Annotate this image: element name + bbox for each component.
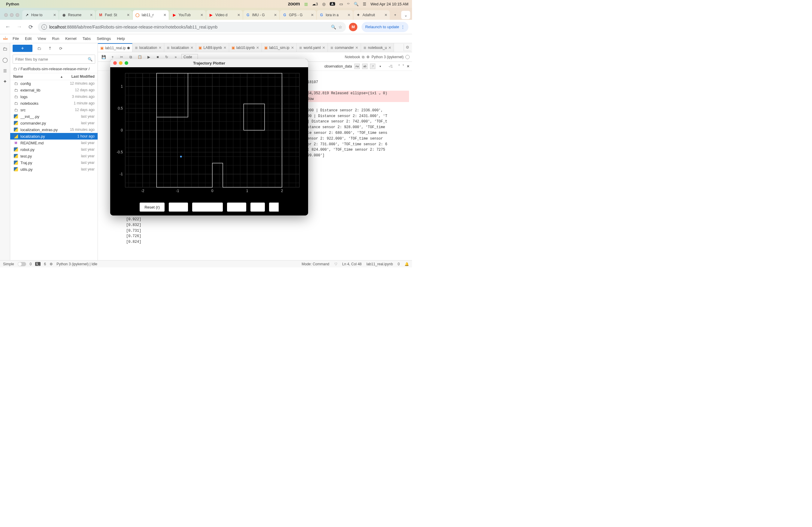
wifi-icon[interactable]: ⌔ <box>347 2 350 6</box>
new-launcher-button[interactable]: + <box>13 45 32 52</box>
file-filter-box[interactable]: 🔍 <box>13 55 95 64</box>
terminals-icon[interactable]: $_ <box>35 262 40 266</box>
plotter-button-4[interactable] <box>227 202 246 212</box>
running-tab-icon[interactable]: ◯ <box>2 57 9 63</box>
file-row[interactable]: MREADME.mdlast year <box>10 139 98 146</box>
document-tab[interactable]: ≣localization✕ <box>164 43 196 52</box>
bookmark-icon[interactable]: ☆ <box>338 25 342 29</box>
file-row[interactable]: 🗀logs3 minutes ago <box>10 93 98 100</box>
upload-button[interactable]: ⤒ <box>46 45 54 52</box>
document-tab[interactable]: ▣lab11_real.ip <box>98 43 132 52</box>
menu-settings[interactable]: Settings <box>94 34 114 43</box>
close-tab-icon[interactable]: ✕ <box>384 13 388 17</box>
extensions-tab-icon[interactable]: ✦ <box>2 78 9 85</box>
log-count[interactable]: 0 <box>397 262 400 266</box>
plotter-button-3[interactable] <box>192 202 223 212</box>
close-tab-icon[interactable]: ✕ <box>159 46 162 50</box>
close-tab-icon[interactable]: ✕ <box>256 46 259 50</box>
close-tab-icon[interactable]: ✕ <box>200 13 204 17</box>
line-col[interactable]: Ln 4, Col 48 <box>342 262 362 266</box>
android-icon[interactable]: ▥ <box>304 2 308 6</box>
match-case-button[interactable]: Aa <box>354 64 360 69</box>
file-row[interactable]: Traj.pylast year <box>10 159 98 166</box>
reset-button[interactable]: Reset (r) <box>140 202 164 212</box>
app-name[interactable]: Python <box>6 2 19 6</box>
close-tab-icon[interactable]: ✕ <box>347 13 351 17</box>
plotter-close-button[interactable] <box>113 61 117 65</box>
browser-tab[interactable]: GIMU - G✕ <box>243 10 279 20</box>
browser-tab[interactable]: ↗How to✕ <box>22 10 59 20</box>
document-tab[interactable]: ≣notebook_u✕ <box>361 43 394 52</box>
regex-button[interactable]: .* <box>370 64 375 69</box>
tabs-count[interactable]: 0 <box>30 262 32 266</box>
reload-button[interactable]: ⟳ <box>26 23 35 31</box>
filebrowser-tab-icon[interactable]: 🗀 <box>2 46 9 52</box>
new-tab-button[interactable]: + <box>390 10 400 20</box>
external-link-icon[interactable]: ⧉ <box>362 55 365 59</box>
browser-tab[interactable]: ✦Adafruit✕ <box>353 10 390 20</box>
filter-button[interactable]: ▾ <box>378 64 383 69</box>
new-folder-button[interactable]: 🗀 <box>35 45 43 52</box>
file-row[interactable]: 🗀src12 days ago <box>10 107 98 113</box>
browser-tab[interactable]: ▶Video d✕ <box>206 10 243 20</box>
browser-tab[interactable]: ▶YouTub✕ <box>169 10 206 20</box>
plotter-zoom-button[interactable] <box>125 61 128 65</box>
zoom-window-button[interactable] <box>16 13 19 17</box>
site-info-icon[interactable]: i <box>41 24 47 30</box>
plotter-button-2[interactable] <box>169 202 188 212</box>
menu-edit[interactable]: Edit <box>22 34 34 43</box>
back-button[interactable]: ← <box>4 23 12 31</box>
toc-tab-icon[interactable]: ≣ <box>2 67 9 74</box>
close-tab-icon[interactable]: ✕ <box>273 13 277 17</box>
close-window-button[interactable] <box>4 13 8 17</box>
close-tab-icon[interactable]: ✕ <box>237 13 241 17</box>
close-tab-icon[interactable]: ✕ <box>322 46 325 50</box>
sort-icon[interactable]: ▴ <box>61 74 62 79</box>
jupyter-logo-icon[interactable] <box>1 34 10 43</box>
document-tab[interactable]: ▣lab11_sim.ip✕ <box>262 43 296 52</box>
file-row[interactable]: 🗀external_lib12 days ago <box>10 87 98 93</box>
save-button[interactable]: 💾 <box>100 54 107 60</box>
menu-tabs[interactable]: Tabs <box>79 34 94 43</box>
browser-tab[interactable]: ◉Resume✕ <box>59 10 96 20</box>
control-center-icon[interactable]: ☰ <box>363 2 366 6</box>
prev-match-button[interactable]: ˄ <box>398 64 400 69</box>
close-tab-icon[interactable]: ✕ <box>291 46 294 50</box>
file-row[interactable]: localization.py1 hour ago <box>10 133 98 139</box>
forward-button[interactable]: → <box>15 23 24 31</box>
file-row[interactable]: test.pylast year <box>10 153 98 159</box>
col-name[interactable]: Name <box>13 74 61 79</box>
close-tab-icon[interactable]: ✕ <box>126 13 130 17</box>
next-match-button[interactable]: ˅ <box>402 64 404 69</box>
zoom-indicator-icon[interactable]: 🔍 <box>331 25 336 29</box>
close-tab-icon[interactable]: ✕ <box>163 13 167 17</box>
document-tab[interactable]: ▣lab10.ipynb✕ <box>229 43 262 52</box>
menu-file[interactable]: File <box>10 34 22 43</box>
kernel-status-text[interactable]: Python 3 (ipykernel) | Idle <box>56 262 97 266</box>
wechat-icon[interactable]: ☁ 3 <box>312 2 318 6</box>
search-term[interactable]: observation_data <box>324 64 352 69</box>
kernel-settings-icon[interactable]: ⚙ <box>366 55 369 59</box>
close-tab-icon[interactable]: ✕ <box>223 46 227 50</box>
file-row[interactable]: __init__.pylast year <box>10 113 98 120</box>
browser-tab[interactable]: Glora in a✕ <box>317 10 353 20</box>
file-row[interactable]: commander.pylast year <box>10 120 98 126</box>
close-tab-icon[interactable]: ✕ <box>53 13 57 17</box>
document-tab[interactable]: ≣commander✕ <box>328 43 361 52</box>
refresh-files-button[interactable]: ⟳ <box>56 45 65 52</box>
trusted-icon[interactable]: ♡ <box>334 262 337 266</box>
plotter-button-5[interactable] <box>250 202 265 212</box>
clock[interactable]: Wed Apr 24 10:15 AM <box>371 2 408 6</box>
file-filter-input[interactable] <box>15 57 86 61</box>
close-tab-icon[interactable]: ✕ <box>89 13 93 17</box>
relaunch-button[interactable]: Relaunch to update⋮ <box>362 22 408 32</box>
close-search-button[interactable]: ✕ <box>407 64 410 69</box>
file-row[interactable]: 🗀notebooks1 minute ago <box>10 100 98 107</box>
file-row[interactable]: utils.pylast year <box>10 166 98 172</box>
whole-word-button[interactable]: ab <box>362 64 367 69</box>
file-row[interactable]: robot.pylast year <box>10 146 98 153</box>
settings-gear-icon[interactable]: ⚙ <box>404 44 411 51</box>
zoom-menu[interactable]: zoom <box>288 1 300 6</box>
battery-icon[interactable]: ▭ <box>339 2 343 6</box>
browser-tab[interactable]: ◯lab11_r✕ <box>133 10 169 20</box>
